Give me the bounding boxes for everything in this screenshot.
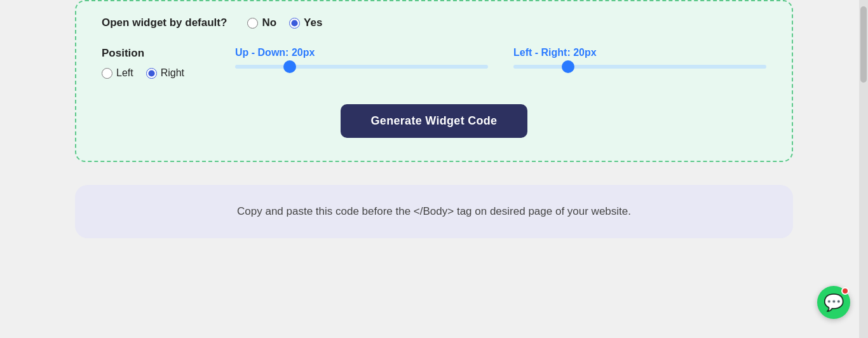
no-radio[interactable] [247, 18, 258, 29]
up-down-col: Up - Down: 20px [222, 47, 488, 69]
info-card: Copy and paste this code before the </Bo… [75, 185, 793, 238]
generate-btn-row: Generate Widget Code [102, 104, 766, 138]
position-radio-row: Left Right [102, 67, 222, 79]
up-down-label: Up - Down: 20px [235, 47, 488, 58]
left-right-slider[interactable] [513, 65, 766, 69]
left-radio[interactable] [102, 68, 112, 79]
whatsapp-floating-button[interactable]: 💬 [817, 286, 850, 319]
left-right-col: Left - Right: 20px [488, 47, 766, 69]
scrollbar[interactable] [859, 0, 868, 338]
position-label-col: Position Left Right [102, 47, 222, 79]
generate-widget-button[interactable]: Generate Widget Code [341, 104, 528, 138]
left-label: Left [116, 67, 133, 79]
yes-radio[interactable] [289, 18, 300, 29]
left-option[interactable]: Left [102, 67, 133, 79]
open-widget-label: Open widget by default? [102, 17, 227, 29]
yes-option[interactable]: Yes [289, 17, 322, 29]
no-option[interactable]: No [247, 17, 276, 29]
info-text: Copy and paste this code before the </Bo… [113, 205, 755, 218]
right-label: Right [161, 67, 184, 79]
settings-card: Open widget by default? No Yes Position [75, 0, 793, 162]
left-right-value: 20px [573, 47, 596, 58]
position-label: Position [102, 47, 222, 60]
notification-badge [841, 287, 849, 295]
right-option[interactable]: Right [146, 67, 184, 79]
yes-label: Yes [304, 17, 322, 29]
open-widget-radio-group: No Yes [247, 17, 322, 29]
open-widget-row: Open widget by default? No Yes [102, 17, 766, 29]
up-down-slider[interactable] [235, 65, 488, 69]
right-radio[interactable] [146, 68, 157, 79]
scrollbar-thumb[interactable] [860, 6, 867, 83]
up-down-value: 20px [292, 47, 315, 58]
left-right-label: Left - Right: 20px [513, 47, 766, 58]
whatsapp-icon: 💬 [824, 294, 844, 311]
position-row: Position Left Right Up - Down: 20px [102, 47, 766, 79]
no-label: No [262, 17, 276, 29]
